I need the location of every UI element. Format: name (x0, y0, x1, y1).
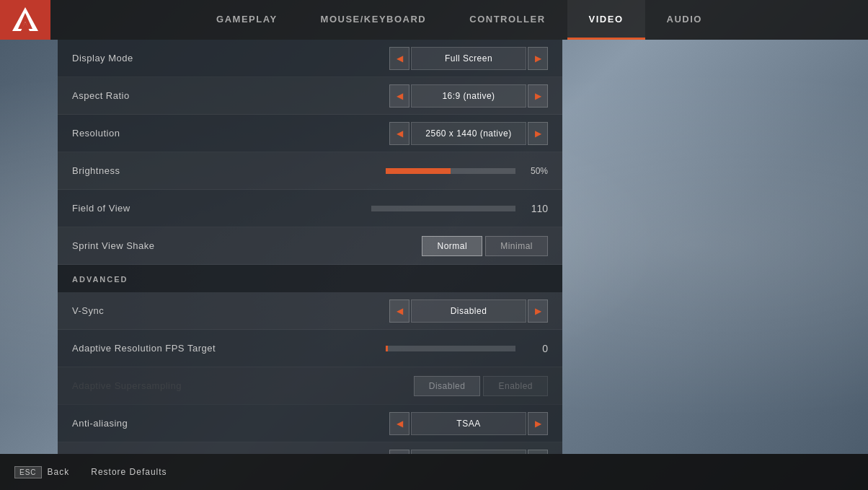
resolution-row: Resolution ◀ 2560 x 1440 (native) ▶ (58, 115, 562, 152)
display-mode-prev[interactable]: ◀ (389, 47, 409, 70)
apex-logo-icon (11, 6, 40, 35)
tab-audio[interactable]: AUDIO (645, 0, 724, 40)
anti-aliasing-row: Anti-aliasing ◀ TSAA ▶ (58, 405, 562, 442)
restore-label: Restore Defaults (91, 467, 167, 477)
resolution-next[interactable]: ▶ (528, 122, 548, 145)
adaptive-supersampling-disabled: Disabled (414, 376, 481, 396)
brightness-label: Brightness (72, 165, 386, 176)
fov-slider-track[interactable] (371, 206, 515, 211)
sprint-view-shake-minimal[interactable]: Minimal (485, 236, 548, 256)
brightness-slider-track[interactable] (386, 168, 515, 174)
display-mode-label: Display Mode (72, 53, 389, 64)
display-mode-control: ◀ Full Screen ▶ (389, 47, 548, 70)
aspect-ratio-value: 16:9 (native) (411, 84, 526, 108)
adaptive-res-slider[interactable] (386, 346, 515, 351)
resolution-control: ◀ 2560 x 1440 (native) ▶ (389, 122, 548, 145)
anti-aliasing-next[interactable]: ▶ (528, 412, 548, 435)
adaptive-supersampling-enabled: Enabled (483, 376, 548, 396)
adaptive-supersampling-row: Adaptive Supersampling Disabled Enabled (58, 367, 562, 405)
vsync-prev[interactable]: ◀ (389, 299, 409, 323)
tab-video[interactable]: VIDEO (567, 0, 645, 40)
adaptive-res-value: 0 (523, 343, 548, 354)
fov-value: 110 (523, 203, 548, 214)
aspect-ratio-control: ◀ 16:9 (native) ▶ (389, 84, 548, 108)
back-button[interactable]: ESC Back (14, 466, 69, 478)
anti-aliasing-value: TSAA (411, 412, 526, 435)
sprint-view-shake-normal[interactable]: Normal (422, 236, 482, 256)
nav-bar: GAMEPLAY MOUSE/KEYBOARD CONTROLLER VIDEO… (0, 0, 868, 40)
resolution-value: 2560 x 1440 (native) (411, 122, 526, 145)
brightness-control: 50% (386, 166, 548, 176)
adaptive-res-label: Adaptive Resolution FPS Target (72, 343, 386, 354)
back-label: Back (48, 467, 70, 477)
aspect-ratio-row: Aspect Ratio ◀ 16:9 (native) ▶ (58, 77, 562, 115)
tab-mouse-keyboard[interactable]: MOUSE/KEYBOARD (299, 0, 448, 40)
sprint-view-shake-control: Normal Minimal (422, 236, 548, 256)
vsync-control: ◀ Disabled ▶ (389, 299, 548, 323)
tab-controller[interactable]: CONTROLLER (448, 0, 567, 40)
fov-control: 110 (371, 203, 548, 214)
anti-aliasing-prev[interactable]: ◀ (389, 412, 409, 435)
esc-badge: ESC (14, 466, 42, 478)
vsync-value: Disabled (411, 299, 526, 323)
adaptive-res-fill (386, 346, 388, 351)
anti-aliasing-label: Anti-aliasing (72, 418, 389, 429)
settings-panel: Display Mode ◀ Full Screen ▶ Aspect Rati… (58, 40, 562, 454)
display-mode-value: Full Screen (411, 47, 526, 70)
aspect-ratio-next[interactable]: ▶ (528, 84, 548, 108)
sprint-view-shake-row: Sprint View Shake Normal Minimal (58, 227, 562, 265)
settings-scroll[interactable]: Display Mode ◀ Full Screen ▶ Aspect Rati… (58, 40, 562, 454)
display-mode-row: Display Mode ◀ Full Screen ▶ (58, 40, 562, 77)
resolution-prev[interactable]: ◀ (389, 122, 409, 145)
resolution-label: Resolution (72, 128, 389, 139)
aspect-ratio-prev[interactable]: ◀ (389, 84, 409, 108)
fov-label: Field of View (72, 203, 371, 214)
vsync-row: V-Sync ◀ Disabled ▶ (58, 292, 562, 330)
advanced-header-text: ADVANCED (72, 275, 128, 284)
vsync-label: V-Sync (72, 305, 389, 316)
tab-gameplay[interactable]: GAMEPLAY (195, 0, 298, 40)
adaptive-res-control: 0 (386, 343, 548, 354)
nav-tabs: GAMEPLAY MOUSE/KEYBOARD CONTROLLER VIDEO… (50, 0, 868, 40)
anti-aliasing-control: ◀ TSAA ▶ (389, 412, 548, 435)
sprint-view-shake-label: Sprint View Shake (72, 240, 422, 251)
logo (0, 0, 50, 40)
aspect-ratio-label: Aspect Ratio (72, 90, 389, 101)
adaptive-supersampling-label: Adaptive Supersampling (72, 380, 414, 391)
display-mode-next[interactable]: ▶ (528, 47, 548, 70)
vsync-next[interactable]: ▶ (528, 299, 548, 323)
texture-streaming-row: Texture Streaming Budget ◀ Insane (8GB V… (58, 442, 562, 454)
fov-row: Field of View 110 (58, 190, 562, 227)
adaptive-supersampling-control: Disabled Enabled (414, 376, 548, 396)
adaptive-res-row: Adaptive Resolution FPS Target 0 (58, 330, 562, 367)
brightness-row: Brightness 50% (58, 152, 562, 190)
restore-defaults-button[interactable]: Restore Defaults (91, 467, 167, 477)
brightness-value: 50% (523, 166, 548, 176)
bottom-bar: ESC Back Restore Defaults (0, 454, 868, 490)
advanced-section-header: ADVANCED (58, 265, 562, 292)
brightness-slider-fill (386, 168, 451, 174)
